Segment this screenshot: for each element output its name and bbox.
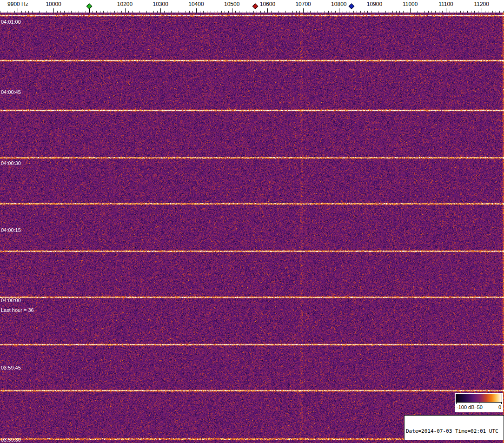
time-label: 04:00:45 [1,89,21,95]
freq-tick-label: 10400 [188,1,204,7]
observation-info-box: Date=2014-07-03 Time=02:01 UTC Freq=143 … [404,415,504,440]
colorbar-tick-mid [479,403,479,404]
time-label: 04:00:30 [1,160,21,166]
time-label: 04:00:15 [1,227,21,233]
freq-major-tick [303,8,304,13]
frequency-ruler[interactable]: 9900 Hz100001020010300104001050010600107… [0,0,504,13]
info-line-date: Date=2014-07-03 Time=02:01 UTC [406,428,502,434]
freq-tick-label: 10300 [153,1,168,7]
freq-major-tick [160,8,161,13]
ruler-minor-ticks [0,11,504,13]
freq-marker-green-diamond-icon[interactable] [86,3,92,9]
freq-marker-blue-diamond-icon[interactable] [348,3,354,9]
colorbar-tick-min [456,403,457,404]
freq-major-tick [446,8,446,13]
freq-tick-label: 10800 [331,1,346,7]
freq-major-tick [410,8,411,13]
freq-major-tick [375,8,375,13]
freq-major-tick [53,8,54,13]
time-label: 03:59:30 [1,437,21,443]
freq-tick-label: 11000 [403,1,418,7]
time-label: 04:00:00 [1,298,21,303]
colorbar-gradient [456,394,502,403]
last-hour-count-label: Last hour = 36 [1,307,34,313]
freq-tick-label: 10900 [367,1,382,7]
freq-major-tick [196,8,197,13]
freq-tick-label: 9900 Hz [7,1,28,7]
freq-major-tick [232,8,232,13]
freq-major-tick [267,8,268,13]
freq-major-tick [18,8,18,13]
colorbar-panel: -100 dB -50 0 [455,393,503,412]
freq-tick-label: 11100 [438,1,453,7]
colorbar-label-mid: -50 [475,404,483,410]
freq-tick-label: 11200 [474,1,489,7]
spectrogram-waterfall-canvas[interactable] [0,13,504,443]
time-label: 04:01:00 [1,19,21,25]
freq-major-tick [339,8,339,13]
freq-tick-label: 10600 [260,1,275,7]
time-label: 03:59:45 [1,365,21,370]
freq-tick-label: 10200 [117,1,133,7]
freq-marker-red-diamond-icon[interactable] [252,3,258,9]
colorbar-label-max: 0 [498,404,501,410]
freq-major-tick [482,8,482,13]
freq-tick-label: 10500 [224,1,239,7]
freq-tick-label: 10700 [295,1,311,7]
spectrogram-app-window: 9900 Hz100001020010300104001050010600107… [0,0,504,443]
freq-major-tick [125,8,126,13]
colorbar-tick-max [501,403,502,404]
freq-tick-label: 10000 [46,1,61,7]
colorbar-label-min: -100 dB [457,404,475,410]
